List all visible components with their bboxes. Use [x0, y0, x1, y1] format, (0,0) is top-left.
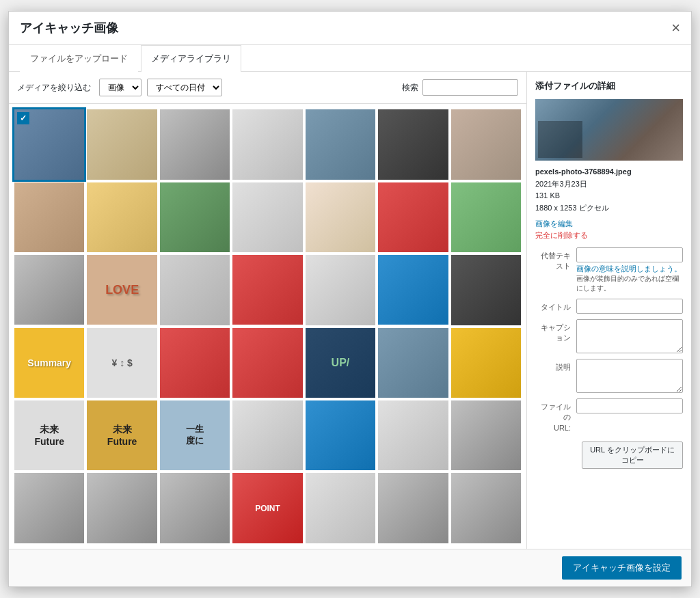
alt-text-group: 代替テキスト 画像の意味を説明しましょう。 画像が装飾目的のみであれば空欄にしま… [535, 247, 683, 293]
grid-item[interactable] [451, 328, 521, 398]
grid-item[interactable] [160, 109, 230, 179]
description-group: 説明 [535, 359, 683, 393]
attachment-preview [535, 99, 683, 161]
grid-item[interactable] [160, 473, 230, 543]
filters-bar: メディアを絞り込む 画像 動画 音声 すべての日付 検索 [9, 72, 526, 104]
grid-item[interactable] [306, 109, 375, 179]
grid-item[interactable]: 未来Future [14, 400, 84, 470]
attachment-sidebar: 添付ファイルの詳細 pexels-photo-3768894.jpeg 2021… [527, 72, 691, 549]
alt-text-input[interactable] [576, 247, 683, 262]
grid-item[interactable] [451, 182, 521, 252]
tab-library[interactable]: メディアライブラリ [141, 45, 241, 72]
modal: アイキャッチ画像 × ファイルをアップロード メディアライブラリ メディアを絞り… [8, 11, 692, 587]
grid-item[interactable] [451, 255, 521, 325]
grid-item[interactable]: LOVE [87, 255, 157, 325]
description-input[interactable] [576, 359, 683, 393]
grid-item[interactable] [306, 182, 375, 252]
media-panel: メディアを絞り込む 画像 動画 音声 すべての日付 検索 ✓LOVESummar… [9, 72, 527, 549]
grid-item[interactable] [451, 400, 521, 470]
media-grid: ✓LOVESummary¥ ↕ $UP/未来Future未来Future一生度に… [9, 104, 526, 549]
delete-image-link[interactable]: 完全に削除する [535, 230, 683, 241]
file-size: 131 KB [535, 190, 683, 202]
grid-item[interactable]: ✓ [14, 109, 84, 179]
grid-item[interactable] [378, 400, 448, 470]
file-info: pexels-photo-3768894.jpeg 2021年3月23日 131… [535, 166, 683, 214]
caption-input[interactable] [576, 319, 683, 353]
grid-item[interactable] [160, 328, 230, 398]
grid-item[interactable] [451, 109, 521, 179]
grid-item[interactable] [306, 400, 375, 470]
grid-item[interactable] [87, 109, 157, 179]
search-area: 検索 [402, 79, 518, 96]
grid-item[interactable] [14, 473, 84, 543]
grid-item[interactable] [160, 182, 230, 252]
grid-item[interactable] [232, 109, 302, 179]
grid-item[interactable] [378, 182, 448, 252]
grid-item[interactable] [232, 182, 302, 252]
modal-footer: アイキャッチ画像を設定 [9, 549, 691, 586]
search-input[interactable] [422, 79, 518, 96]
url-copy-button[interactable]: URL をクリップボードにコピー [582, 441, 683, 469]
grid-item[interactable]: UP/ [306, 328, 375, 398]
grid-item[interactable] [451, 473, 521, 543]
grid-item[interactable] [378, 109, 448, 179]
file-date: 2021年3月23日 [535, 178, 683, 191]
grid-item[interactable]: ¥ ↕ $ [87, 328, 157, 398]
alt-text-link[interactable]: 画像の意味を説明しましょう。 [576, 264, 682, 273]
url-input[interactable] [576, 398, 683, 413]
grid-item[interactable] [87, 182, 157, 252]
grid-item[interactable] [378, 328, 448, 398]
modal-header: アイキャッチ画像 × [9, 12, 691, 45]
grid-item[interactable] [87, 473, 157, 543]
grid-item[interactable]: 未来Future [87, 400, 157, 470]
search-label: 検索 [402, 82, 418, 94]
title-group: タイトル [535, 299, 683, 314]
grid-item[interactable] [160, 255, 230, 325]
filter-label: メディアを絞り込む [17, 82, 91, 94]
url-group: ファイルの URL: [535, 398, 683, 433]
alt-text-note-text: 画像が装飾目的のみであれば空欄にします。 [576, 275, 679, 292]
alt-text-note: 画像の意味を説明しましょう。 画像が装飾目的のみであれば空欄にします。 [576, 264, 683, 293]
grid-item[interactable]: POINT [232, 473, 302, 543]
modal-title: アイキャッチ画像 [20, 20, 118, 36]
description-label: 説明 [535, 359, 576, 372]
grid-item[interactable] [378, 473, 448, 543]
selected-check-icon: ✓ [17, 112, 29, 124]
grid-item[interactable] [14, 255, 84, 325]
grid-item[interactable] [14, 182, 84, 252]
alt-text-label: 代替テキスト [535, 247, 576, 272]
grid-item[interactable] [306, 255, 375, 325]
set-featured-image-button[interactable]: アイキャッチ画像を設定 [562, 556, 682, 580]
tab-upload[interactable]: ファイルをアップロード [20, 45, 138, 72]
modal-content: メディアを絞り込む 画像 動画 音声 すべての日付 検索 ✓LOVESummar… [9, 72, 691, 549]
caption-group: キャプション [535, 319, 683, 353]
grid-item[interactable] [378, 255, 448, 325]
file-name: pexels-photo-3768894.jpeg [535, 166, 683, 178]
grid-item[interactable] [232, 328, 302, 398]
edit-image-link[interactable]: 画像を編集 [535, 219, 683, 229]
grid-item[interactable] [232, 255, 302, 325]
title-label: タイトル [535, 299, 576, 312]
tabs-bar: ファイルをアップロード メディアライブラリ [9, 45, 691, 72]
title-input[interactable] [576, 299, 683, 314]
date-filter-select[interactable]: すべての日付 [147, 79, 222, 96]
grid-item[interactable]: 一生度に [160, 400, 230, 470]
modal-close-button[interactable]: × [671, 21, 680, 36]
grid-item[interactable] [232, 400, 302, 470]
caption-label: キャプション [535, 319, 576, 344]
sidebar-title: 添付ファイルの詳細 [535, 80, 683, 92]
file-dims: 1880 x 1253 ピクセル [535, 202, 683, 215]
grid-item[interactable]: Summary [14, 328, 84, 398]
type-filter-select[interactable]: 画像 動画 音声 [99, 79, 142, 96]
grid-item[interactable] [306, 473, 375, 543]
url-label: ファイルの URL: [535, 398, 576, 433]
